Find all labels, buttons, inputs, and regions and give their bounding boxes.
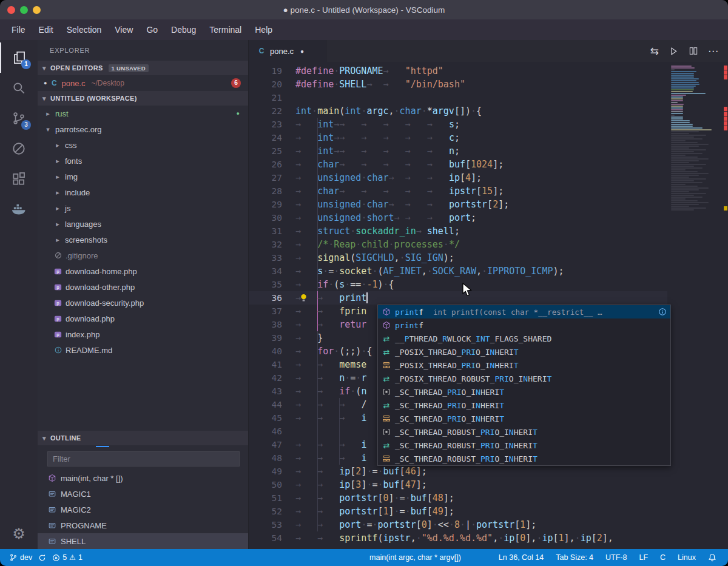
file-item-index.php[interactable]: pindex.php	[38, 326, 248, 342]
suggestion-item-4[interactable]: _POSIX_THREAD_PRIO_INHERIT	[378, 359, 670, 372]
suggestion-item-5[interactable]: ⇄_POSIX_THREAD_ROBUST_PRIO_INHERIT	[378, 372, 670, 385]
sync-button[interactable]	[35, 549, 49, 566]
line-number[interactable]: 47	[249, 438, 295, 451]
line-number[interactable]: 49	[249, 465, 295, 478]
activity-docker-button[interactable]	[0, 194, 38, 224]
line-number[interactable]: 29	[249, 198, 295, 211]
line-number[interactable]: 53	[249, 518, 295, 531]
line-number[interactable]: 19	[249, 64, 295, 78]
line-number[interactable]: 26	[249, 158, 295, 171]
line-number[interactable]: 33	[249, 251, 295, 264]
menu-debug[interactable]: Debug	[164, 22, 203, 38]
activity-source-control-button[interactable]: 3	[0, 103, 38, 133]
outline-item-shell[interactable]: SHELL	[38, 533, 248, 549]
line-number[interactable]: 39	[249, 331, 295, 345]
minimap[interactable]	[667, 62, 723, 549]
menu-edit[interactable]: Edit	[32, 22, 60, 38]
zoom-button[interactable]	[20, 6, 28, 14]
close-button[interactable]	[7, 6, 15, 14]
folder-item-include[interactable]: ▸include	[38, 184, 248, 200]
menu-view[interactable]: View	[108, 22, 140, 38]
suggestion-item-2[interactable]: ⇄__PTHREAD_RWLOCK_INT_FLAGS_SHARED	[378, 332, 670, 345]
line-number[interactable]: 32	[249, 238, 295, 251]
activity-settings-button[interactable]: ⚙	[0, 519, 38, 549]
line-number[interactable]: 21	[249, 91, 295, 104]
suggestion-item-11[interactable]: _SC_THREAD_ROBUST_PRIO_INHERIT	[378, 452, 670, 465]
open-changes-button[interactable]: ⇆	[650, 45, 659, 58]
folder-item-rust[interactable]: ▸rust●	[38, 106, 248, 121]
minimize-button[interactable]	[33, 6, 41, 14]
cursor-position[interactable]: Ln 36, Col 14	[496, 553, 547, 562]
more-actions-button[interactable]: ⋯	[708, 45, 718, 58]
folder-item-screenshots[interactable]: ▸screenshots	[38, 232, 248, 248]
outline-header[interactable]: ▾ OUTLINE	[38, 431, 248, 445]
file-item-.gitignore[interactable]: .gitignore	[38, 248, 248, 263]
line-number[interactable]: 22	[249, 104, 295, 118]
line-number[interactable]: 34	[249, 264, 295, 278]
eol-indicator[interactable]: LF	[636, 553, 651, 562]
line-number[interactable]: 44	[249, 398, 295, 411]
workspace-header[interactable]: ▾ UNTITLED (WORKSPACE)	[38, 91, 248, 106]
line-number[interactable]: 51	[249, 491, 295, 505]
line-number[interactable]: 41	[249, 358, 295, 371]
line-number[interactable]: 23	[249, 118, 295, 131]
menu-go[interactable]: Go	[140, 22, 164, 38]
line-number[interactable]: 45	[249, 411, 295, 425]
menu-selection[interactable]: Selection	[60, 22, 109, 38]
line-number[interactable]: 24	[249, 131, 295, 144]
suggestion-item-3[interactable]: ⇄_POSIX_THREAD_PRIO_INHERIT	[378, 345, 670, 359]
outline-item-progname[interactable]: PROGNAME	[38, 517, 248, 533]
suggestion-item-9[interactable]: _SC_THREAD_ROBUST_PRIO_INHERIT	[378, 425, 670, 439]
line-number[interactable]: 43	[249, 385, 295, 398]
line-number[interactable]: 36	[249, 291, 295, 305]
encoding[interactable]: UTF-8	[602, 553, 630, 562]
line-number[interactable]: 50	[249, 478, 295, 491]
open-editors-header[interactable]: ▾ OPEN EDITORS 1 UNSAVED	[38, 61, 248, 75]
info-icon[interactable]	[658, 308, 667, 316]
folder-item-parrotsec.org[interactable]: ▾parrotsec.org	[38, 121, 248, 137]
suggestion-item-0[interactable]: printfint printf(const char *__restrict_…	[378, 305, 670, 318]
suggestion-item-6[interactable]: _SC_THREAD_PRIO_INHERIT	[378, 385, 670, 399]
outline-item-magic1[interactable]: MAGIC1	[38, 486, 248, 502]
activity-extensions-button[interactable]	[0, 164, 38, 194]
run-button[interactable]	[669, 46, 679, 56]
split-editor-button[interactable]	[689, 46, 698, 56]
activity-search-button[interactable]	[0, 73, 38, 103]
outline-item-magic2[interactable]: MAGIC2	[38, 502, 248, 517]
file-item-README.md[interactable]: README.md	[38, 342, 248, 358]
indentation[interactable]: Tab Size: 4	[553, 553, 596, 562]
menu-file[interactable]: File	[5, 22, 32, 38]
line-number[interactable]: 28	[249, 184, 295, 198]
os-indicator[interactable]: Linux	[675, 553, 699, 562]
line-number[interactable]: 46	[249, 425, 295, 438]
line-number[interactable]: 25	[249, 144, 295, 158]
titlebar[interactable]: ● pone.c - Untitled (Workspace) - VSCodi…	[0, 0, 728, 19]
suggestion-item-8[interactable]: _SC_THREAD_PRIO_INHERIT	[378, 412, 670, 425]
problems-indicator[interactable]: 5 ⚠ 1	[49, 549, 86, 566]
suggestion-item-10[interactable]: ⇄_SC_THREAD_ROBUST_PRIO_INHERIT	[378, 439, 670, 452]
line-number[interactable]: 35	[249, 278, 295, 291]
activity-explorer-button[interactable]: 1	[0, 42, 38, 73]
folder-item-js[interactable]: ▸js	[38, 200, 248, 216]
line-number[interactable]: 27	[249, 171, 295, 184]
file-item-download.php[interactable]: pdownload.php	[38, 311, 248, 326]
line-number[interactable]: 37	[249, 305, 295, 318]
folder-item-fonts[interactable]: ▸fonts	[38, 153, 248, 169]
folder-item-img[interactable]: ▸img	[38, 169, 248, 184]
line-number[interactable]: 30	[249, 211, 295, 224]
suggestion-item-7[interactable]: ⇄_SC_THREAD_PRIO_INHERIT	[378, 399, 670, 412]
suggestion-item-1[interactable]: printf	[378, 318, 670, 332]
line-number[interactable]: 20	[249, 78, 295, 91]
lightbulb-icon[interactable]	[300, 293, 308, 305]
line-number[interactable]: 42	[249, 371, 295, 385]
branch-indicator[interactable]: dev	[6, 549, 35, 566]
outline-filter-input[interactable]	[47, 451, 240, 467]
folder-item-css[interactable]: ▸css	[38, 137, 248, 153]
line-number[interactable]: 52	[249, 505, 295, 518]
file-item-download-home.php[interactable]: pdownload-home.php	[38, 263, 248, 279]
language-mode[interactable]: C	[657, 553, 669, 562]
line-number[interactable]: 48	[249, 451, 295, 465]
line-number[interactable]: 40	[249, 345, 295, 358]
open-editor-item[interactable]: ● C pone.c ~/Desktop 6	[38, 75, 248, 91]
notifications-bell[interactable]	[705, 553, 720, 562]
